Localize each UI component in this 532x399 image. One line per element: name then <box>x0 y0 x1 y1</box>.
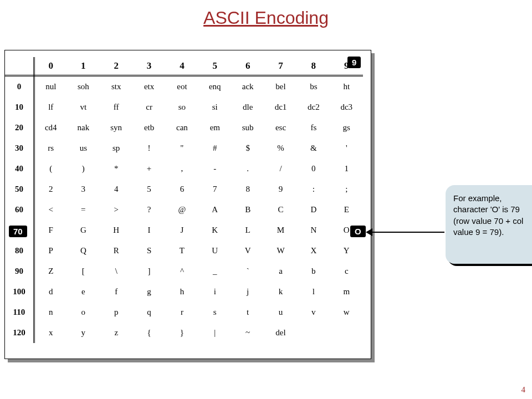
table-cell: t <box>231 302 264 323</box>
table-cell: U <box>198 241 231 261</box>
col-header: 5 <box>198 57 231 76</box>
row-header: 110 <box>5 302 34 323</box>
table-cell: vt <box>67 97 100 117</box>
table-cell: e <box>67 282 100 302</box>
table-cell: \ <box>100 261 132 282</box>
table-cell: 4 <box>100 179 132 200</box>
table-cell: us <box>67 138 100 158</box>
table-row: 100 d e f g h i j k l m <box>5 282 363 302</box>
table-cell: ! <box>132 138 165 158</box>
table-cell: 3 <box>67 179 100 200</box>
table-cell: stx <box>100 76 132 98</box>
table-cell: nul <box>34 76 66 98</box>
table-row: 90 Z [ \ ] ^ _ ` a b c <box>5 261 363 282</box>
table-cell: ; <box>330 179 363 200</box>
page-title: ASCII Encoding <box>0 8 532 28</box>
table-cell: G <box>67 220 100 241</box>
table-cell: R <box>100 241 132 261</box>
table-cell: } <box>166 323 198 343</box>
table-cell: 1 <box>330 158 363 179</box>
table-cell: sub <box>231 117 264 138</box>
col-header: 3 <box>132 57 165 76</box>
table-row: 70 F G H I J K L M N O <box>5 220 363 241</box>
table-cell: . <box>231 158 264 179</box>
row-header: 80 <box>5 241 34 261</box>
table-cell: dc3 <box>330 97 363 117</box>
table-cell: etx <box>132 76 165 98</box>
table-cell: etb <box>132 117 165 138</box>
table-cell: ack <box>231 76 264 98</box>
row-header: 120 <box>5 323 34 343</box>
table-cell: 9 <box>264 179 297 200</box>
table-cell: cr <box>132 97 165 117</box>
table-cell: S <box>132 241 165 261</box>
table-cell: 7 <box>198 179 231 200</box>
row-header: 10 <box>5 97 34 117</box>
col-header: 7 <box>264 57 297 76</box>
table-cell: < <box>34 200 66 220</box>
table-cell: 6 <box>166 179 198 200</box>
table-cell: si <box>198 97 231 117</box>
table-row: 120 x y z { } | ~ del <box>5 323 363 343</box>
table-cell: > <box>100 200 132 220</box>
highlight-row-badge: 70 <box>9 226 27 237</box>
table-cell: Z <box>34 261 66 282</box>
row-header: 90 <box>5 261 34 282</box>
table-cell: del <box>264 323 297 343</box>
table-cell: " <box>166 138 198 158</box>
table-cell: D <box>297 200 330 220</box>
table-cell: soh <box>67 76 100 98</box>
row-header: 0 <box>5 76 34 98</box>
table-cell: E <box>330 200 363 220</box>
table-cell: dc2 <box>297 97 330 117</box>
table-cell: o <box>67 302 100 323</box>
row-header: 20 <box>5 117 34 138</box>
table-cell: X <box>297 241 330 261</box>
table-cell: bel <box>264 76 297 98</box>
table-cell: , <box>166 158 198 179</box>
table-cell: j <box>231 282 264 302</box>
table-cell: K <box>198 220 231 241</box>
col-header: 6 <box>231 57 264 76</box>
table-cell: w <box>330 302 363 323</box>
table-cell: A <box>198 200 231 220</box>
table-cell: Y <box>330 241 363 261</box>
table-row: 60 < = > ? @ A B C D E <box>5 200 363 220</box>
table-row: 40 ( ) * + , - . / 0 1 <box>5 158 363 179</box>
table-cell: d <box>34 282 66 302</box>
row-header: 60 <box>5 200 34 220</box>
table-cell: = <box>67 200 100 220</box>
highlight-column-badge: 9 <box>347 57 361 68</box>
row-header: 40 <box>5 158 34 179</box>
table-cell: enq <box>198 76 231 98</box>
table-cell: F <box>34 220 66 241</box>
table-cell: ' <box>330 138 363 158</box>
table-cell: a <box>264 261 297 282</box>
table-cell <box>330 323 363 343</box>
table-cell: % <box>264 138 297 158</box>
table-cell: ff <box>100 97 132 117</box>
table-cell: 8 <box>231 179 264 200</box>
table-cell: J <box>166 220 198 241</box>
table-cell: ( <box>34 158 66 179</box>
table-cell: ^ <box>166 261 198 282</box>
table-cell: nak <box>67 117 100 138</box>
table-cell: f <box>100 282 132 302</box>
table-cell: k <box>264 282 297 302</box>
table-cell: 0 <box>297 158 330 179</box>
col-header: 4 <box>166 57 198 76</box>
table-cell: i <box>198 282 231 302</box>
table-cell: syn <box>100 117 132 138</box>
table-row: 110 n o p q r s t u v w <box>5 302 363 323</box>
table-cell: sp <box>100 138 132 158</box>
table-cell: { <box>132 323 165 343</box>
table-cell: x <box>34 323 66 343</box>
table-cell: dc1 <box>264 97 297 117</box>
table-cell: N <box>297 220 330 241</box>
table-cell: g <box>132 282 165 302</box>
table-cell: y <box>67 323 100 343</box>
table-cell: _ <box>198 261 231 282</box>
table-cell: I <box>132 220 165 241</box>
table-cell: b <box>297 261 330 282</box>
table-cell: c <box>330 261 363 282</box>
